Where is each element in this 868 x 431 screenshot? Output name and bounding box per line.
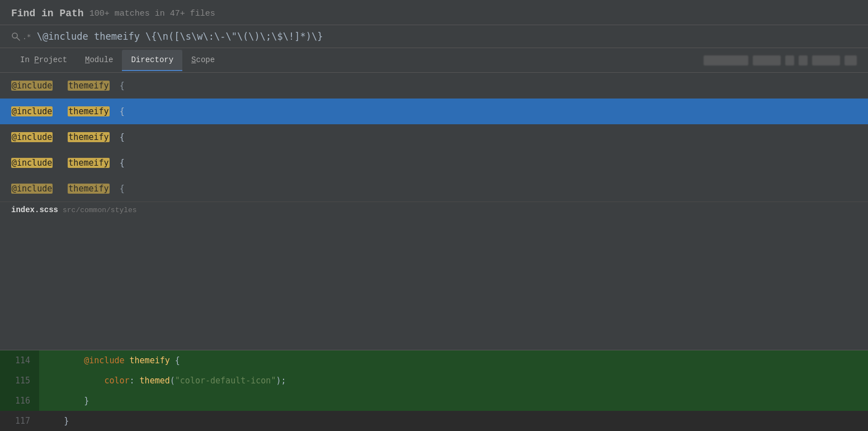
match-row[interactable]: @include themeify { bbox=[0, 176, 868, 202]
svg-line-1 bbox=[17, 38, 20, 40]
brace-close-outer: } bbox=[64, 416, 69, 426]
matches-count: 100+ matches in 47+ files bbox=[89, 9, 215, 18]
toolbar-btn-4[interactable] bbox=[799, 55, 808, 65]
header-title: Find in Path 100+ matches in 47+ files bbox=[11, 8, 857, 19]
filter-tabs: In Project Module Directory Scope bbox=[0, 48, 868, 73]
match-highlight: themeify bbox=[68, 81, 109, 91]
match-row[interactable]: @include themeify { bbox=[0, 150, 868, 176]
panel-title: Find in Path bbox=[11, 8, 84, 19]
search-bar: .* bbox=[0, 25, 868, 48]
brace-open: { bbox=[175, 355, 180, 366]
file-name: index.scss bbox=[11, 205, 58, 214]
toolbar-btn-2[interactable] bbox=[753, 55, 781, 65]
regex-icon: .* bbox=[22, 32, 31, 41]
tab-directory[interactable]: Directory bbox=[122, 50, 182, 71]
file-row: index.scss src/common/styles bbox=[0, 202, 868, 218]
match-text: @include themeify { bbox=[11, 132, 125, 142]
code-line-114: 114 @include themeify { bbox=[0, 350, 868, 371]
match-text: @include themeify { bbox=[11, 106, 125, 116]
match-row[interactable]: @include themeify { bbox=[0, 99, 868, 124]
keyword-color: color bbox=[104, 376, 129, 386]
search-icon-wrap: .* bbox=[11, 32, 31, 41]
code-line-115: 115 color : themed ( "color-default-icon… bbox=[0, 371, 868, 391]
match-row[interactable]: @include themeify { bbox=[0, 73, 868, 99]
match-text: @include themeify { bbox=[11, 81, 125, 91]
function-themed: themed bbox=[140, 376, 170, 386]
toolbar-btn-6[interactable] bbox=[845, 55, 857, 65]
match-highlight: @include bbox=[11, 158, 53, 168]
string-value: "color-default-icon" bbox=[175, 376, 276, 386]
toolbar-btn-5[interactable] bbox=[812, 55, 840, 65]
toolbar-btn-3[interactable] bbox=[785, 55, 794, 65]
match-text: @include themeify { bbox=[11, 184, 125, 194]
match-text: @include themeify { bbox=[11, 158, 125, 168]
match-highlight: themeify bbox=[68, 106, 109, 116]
tab-in-project[interactable]: In Project bbox=[11, 50, 76, 71]
search-input[interactable] bbox=[37, 31, 857, 42]
match-highlight: @include bbox=[11, 106, 53, 116]
match-row[interactable]: @include themeify { bbox=[0, 124, 868, 150]
code-line-116: 116 } bbox=[0, 391, 868, 411]
results-area: @include themeify { @include themeify { bbox=[0, 73, 868, 431]
find-in-path-panel: Find in Path 100+ matches in 47+ files .… bbox=[0, 0, 868, 431]
tab-module[interactable]: Module bbox=[76, 50, 122, 71]
line-number: 115 bbox=[0, 371, 39, 391]
code-preview: 114 @include themeify { 115 color bbox=[0, 350, 868, 431]
header: Find in Path 100+ matches in 47+ files bbox=[0, 0, 868, 25]
match-rows: @include themeify { @include themeify { bbox=[0, 73, 868, 350]
function-themeify: themeify bbox=[130, 355, 170, 366]
brace-close: } bbox=[84, 396, 89, 406]
line-content: @include themeify { bbox=[39, 350, 868, 371]
line-content: } bbox=[39, 391, 868, 411]
keyword-include: @include bbox=[84, 355, 124, 366]
line-content: } bbox=[39, 411, 868, 431]
toolbar-btn-1[interactable] bbox=[704, 55, 748, 65]
match-highlight: themeify bbox=[68, 158, 109, 168]
toolbar-right bbox=[704, 55, 857, 65]
match-highlight: @include bbox=[11, 132, 53, 142]
match-highlight: @include bbox=[11, 81, 53, 91]
line-number: 116 bbox=[0, 391, 39, 411]
line-number: 117 bbox=[0, 411, 39, 431]
line-content: color : themed ( "color-default-icon" ); bbox=[39, 371, 868, 391]
match-highlight: themeify bbox=[68, 132, 109, 142]
search-icon bbox=[11, 32, 20, 41]
file-path: src/common/styles bbox=[63, 206, 137, 214]
code-line-117: 117 } bbox=[0, 411, 868, 431]
match-highlight: themeify bbox=[68, 184, 109, 194]
line-number: 114 bbox=[0, 350, 39, 371]
match-highlight: @include bbox=[11, 184, 53, 194]
tab-scope[interactable]: Scope bbox=[182, 50, 224, 71]
